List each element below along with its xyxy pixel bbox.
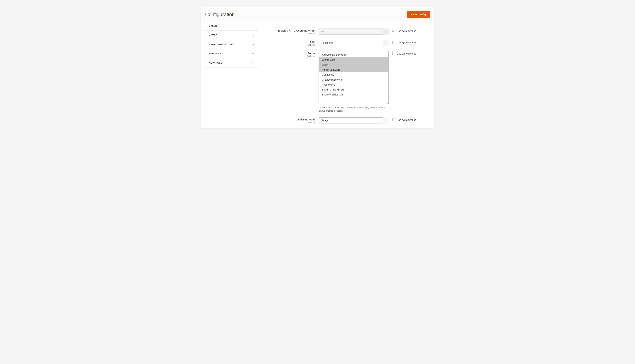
sidebar-item-label: ADVANCED [209, 62, 222, 64]
page-header: Configuration Save Config [201, 7, 434, 21]
forms-option[interactable]: Share Wishlist Form [319, 92, 388, 97]
sidebar-item-yotpo[interactable]: YOTPO [205, 31, 258, 40]
use-system-wrap: Use system value [388, 118, 416, 121]
scope-text: [website] [263, 121, 315, 124]
sidebar-item-engagement-cloud[interactable]: ENGAGEMENT CLOUD [205, 40, 258, 49]
sidebar-item-label: ENGAGEMENT CLOUD [209, 43, 235, 46]
field-control: Yes ▼ [318, 28, 388, 34]
page-title: Configuration [205, 12, 235, 17]
config-sidebar: SALES YOTPO ENGAGEMENT CLOUD SERVICES [205, 22, 258, 124]
forms-option[interactable]: Applying coupon code [319, 52, 388, 58]
forms-option[interactable]: Create user [319, 58, 388, 62]
chevron-down-icon [252, 44, 254, 46]
chevron-down-icon [252, 52, 254, 55]
content: SALES YOTPO ENGAGEMENT CLOUD SERVICES [201, 21, 434, 128]
use-system-checkbox[interactable] [392, 118, 395, 121]
forms-note: CAPTCHA for "Create user", "Forgot passw… [318, 106, 388, 112]
scope-text: [website] [263, 44, 315, 46]
config-form: Enable CAPTCHA on Storefront [website] Y… [263, 22, 430, 124]
label-text: Forms [308, 52, 315, 55]
label-text: Enable CAPTCHA on Storefront [278, 29, 315, 32]
field-control: Applying coupon codeCreate userLoginForg… [318, 51, 388, 112]
use-system-wrap: Use system value [388, 40, 416, 44]
enable-captcha-select: Yes [318, 28, 388, 34]
scope-text: [website] [263, 32, 315, 35]
forms-option[interactable]: Forgot password [319, 67, 388, 72]
use-system-label[interactable]: Use system value [397, 30, 416, 32]
use-system-label[interactable]: Use system value [397, 118, 416, 121]
sidebar-item-services[interactable]: SERVICES [205, 49, 258, 58]
field-font: Font [website] LinLibertine ▼ Use system… [263, 40, 430, 46]
field-label: Enable CAPTCHA on Storefront [website] [263, 28, 318, 35]
field-enable-captcha: Enable CAPTCHA on Storefront [website] Y… [263, 28, 430, 35]
use-system-wrap: Use system value [388, 28, 416, 32]
field-label: Forms [website] [263, 51, 318, 58]
field-control: LinLibertine ▼ [318, 40, 388, 46]
use-system-checkbox[interactable] [392, 52, 395, 55]
field-label: Font [website] [263, 40, 318, 46]
forms-option[interactable]: Login [319, 62, 388, 67]
use-system-wrap: Use system value [388, 51, 416, 55]
label-text: Font [310, 40, 315, 44]
use-system-checkbox[interactable] [392, 30, 395, 32]
chevron-down-icon [252, 62, 254, 64]
sidebar-item-label: SALES [209, 24, 217, 27]
sidebar-item-advanced[interactable]: ADVANCED [205, 58, 258, 68]
chevron-down-icon [252, 34, 254, 36]
sidebar-item-sales[interactable]: SALES [205, 22, 258, 31]
field-label: Displaying Mode [website] [263, 118, 318, 124]
forms-option[interactable]: Contact Us [319, 72, 388, 77]
forms-option[interactable]: Change password [319, 77, 388, 82]
forms-multiselect[interactable]: Applying coupon codeCreate userLoginForg… [318, 51, 388, 104]
field-control: Always ▼ [318, 118, 388, 124]
field-forms: Forms [website] Applying coupon codeCrea… [263, 51, 430, 112]
sidebar-item-label: YOTPO [209, 34, 217, 36]
save-config-button[interactable]: Save Config [406, 11, 430, 18]
configuration-page: Configuration Save Config SALES YOTPO EN… [200, 7, 434, 128]
forms-option[interactable]: Payflow Pro [319, 82, 388, 87]
use-system-label[interactable]: Use system value [397, 52, 416, 55]
forms-option[interactable]: Send To Friend Form [319, 87, 388, 92]
sidebar-item-label: SERVICES [209, 52, 221, 55]
chevron-down-icon [252, 25, 254, 27]
use-system-checkbox[interactable] [392, 41, 395, 44]
displaying-mode-select[interactable]: Always [318, 118, 388, 124]
use-system-label[interactable]: Use system value [397, 41, 416, 44]
label-text: Displaying Mode [296, 118, 315, 121]
font-select[interactable]: LinLibertine [318, 40, 388, 46]
field-displaying-mode: Displaying Mode [website] Always ▼ Use s… [263, 118, 430, 124]
scope-text: [website] [263, 55, 315, 58]
